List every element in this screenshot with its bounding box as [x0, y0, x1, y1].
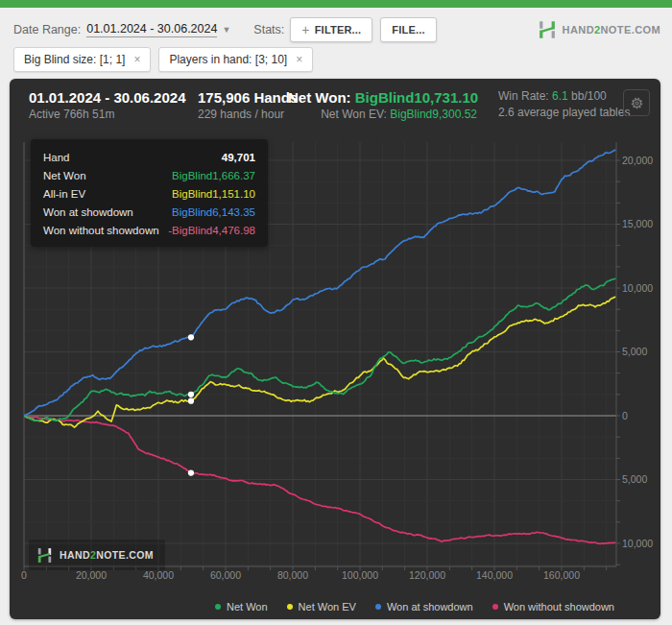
x-axis-tick-label: 160,000 [543, 569, 580, 581]
chevron-down-icon[interactable]: ▼ [222, 25, 230, 35]
legend-item-won-without-showdown[interactable]: Won without showdown [492, 601, 614, 613]
y-axis-tick-label: 10,000 [622, 282, 653, 294]
y-axis-tick-label: 20,000 [622, 155, 653, 166]
watermark-logo: HAND2NOTE.COM [29, 540, 165, 570]
hand2note-icon [538, 20, 557, 39]
x-axis-tick-label: 140,000 [476, 569, 513, 581]
top-accent-bar [0, 0, 672, 8]
x-axis-tick-label: 60,000 [210, 569, 241, 581]
y-axis-tick-label: 5,000 [622, 346, 647, 357]
marker-dot [188, 334, 194, 340]
hand2note-icon [36, 547, 53, 564]
x-axis-tick-label: 40,000 [143, 569, 174, 581]
tooltip-label: All-in EV [43, 188, 85, 200]
filter-button[interactable]: +FILTER... [290, 17, 372, 42]
tooltip-value: BigBlind1,151.10 [172, 188, 255, 200]
legend-dot-icon [215, 604, 221, 610]
tooltip-row: Net WonBigBlind1,666.37 [43, 166, 255, 184]
filter-chip-players[interactable]: Players in hand: [3; 10] × [158, 47, 313, 72]
y-axis-tick-label: 5,000 [622, 473, 647, 485]
tooltip-label: Won without showdown [43, 225, 159, 236]
tooltip-row: Won without showdown-BigBlind4,476.98 [43, 221, 255, 239]
tooltip-row: Won at showdownBigBlind6,143.35 [43, 203, 255, 221]
file-button[interactable]: FILE... [380, 17, 436, 42]
legend-dot-icon [375, 604, 381, 610]
tooltip-row: Hand49,701 [43, 148, 255, 166]
series-line-net-won-ev [24, 297, 615, 427]
tooltip-label: Won at showdown [43, 206, 133, 218]
tooltip-value: 49,701 [222, 152, 255, 163]
x-axis-tick-label: 100,000 [342, 569, 378, 581]
filter-chip-big-blind[interactable]: Big Blind size: [1; 1] × [13, 47, 151, 72]
x-axis-tick-label: 120,000 [409, 569, 445, 581]
logo-text: HAND2NOTE.COM [563, 24, 660, 36]
filter-chips-row: Big Blind size: [1; 1] × Players in hand… [13, 47, 313, 72]
tooltip-value: BigBlind1,666.37 [172, 170, 255, 181]
series-line-net-won [24, 278, 615, 421]
marker-dot [188, 398, 194, 404]
legend-label: Net Won EV [299, 601, 356, 613]
tooltip-label: Hand [43, 152, 70, 163]
close-icon[interactable]: × [133, 53, 140, 66]
filter-button-label: FILTER... [315, 24, 362, 36]
date-range-value[interactable]: 01.01.2024 - 30.06.2024 [86, 22, 217, 37]
legend-label: Won without showdown [504, 601, 614, 613]
y-axis-tick-label: 15,000 [622, 218, 653, 229]
watermark-text: HAND2NOTE.COM [60, 549, 154, 561]
stats-label: Stats: [253, 23, 284, 36]
date-range-label: Date Range: [13, 23, 81, 36]
y-axis-tick-label: 0 [622, 410, 628, 421]
chart-tooltip: Hand49,701Net WonBigBlind1,666.37All-in … [31, 139, 268, 247]
legend-label: Won at showdown [387, 601, 473, 613]
legend-item-net-won-ev[interactable]: Net Won EV [287, 601, 356, 613]
x-axis-tick-label: 80,000 [277, 569, 308, 581]
filter-chip-label: Big Blind size: [1; 1] [24, 53, 125, 66]
file-button-label: FILE... [392, 24, 424, 36]
legend-label: Net Won [227, 601, 268, 613]
tooltip-row: All-in EVBigBlind1,151.10 [43, 184, 255, 203]
legend-item-won-at-showdown[interactable]: Won at showdown [375, 601, 473, 613]
plus-icon: + [301, 23, 309, 36]
legend-dot-icon [287, 604, 293, 610]
x-axis-tick-label: 0 [21, 569, 27, 581]
tooltip-value: BigBlind6,143.35 [172, 206, 255, 218]
tooltip-value: -BigBlind4,476.98 [168, 225, 255, 236]
marker-dot [188, 392, 194, 397]
x-axis-tick-label: 20,000 [76, 569, 107, 581]
y-axis-tick-label: 10,000 [622, 538, 653, 549]
legend-dot-icon [492, 604, 498, 610]
hand2note-logo: HAND2NOTE.COM [538, 20, 660, 39]
toolbar: Date Range: 01.01.2024 - 30.06.2024 ▼ St… [0, 8, 672, 79]
close-icon[interactable]: × [296, 53, 302, 66]
tooltip-label: Net Won [43, 170, 86, 181]
chart-legend: Net WonNet Won EVWon at showdownWon with… [215, 601, 614, 613]
marker-dot [188, 469, 194, 475]
legend-item-net-won[interactable]: Net Won [215, 601, 268, 613]
results-chart-panel: 01.01.2024 - 30.06.2024 Active 766h 51m … [10, 79, 660, 619]
filter-chip-label: Players in hand: [3; 10] [169, 53, 287, 66]
